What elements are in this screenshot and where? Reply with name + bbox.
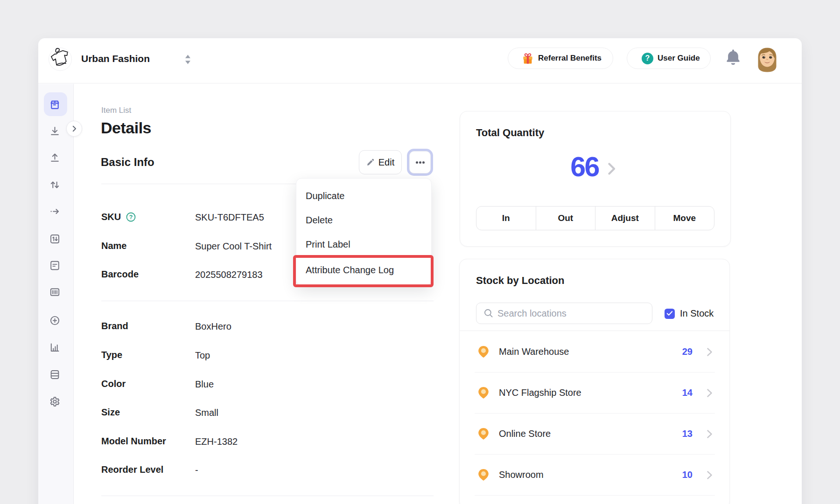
svg-text:?: ? <box>129 214 133 221</box>
